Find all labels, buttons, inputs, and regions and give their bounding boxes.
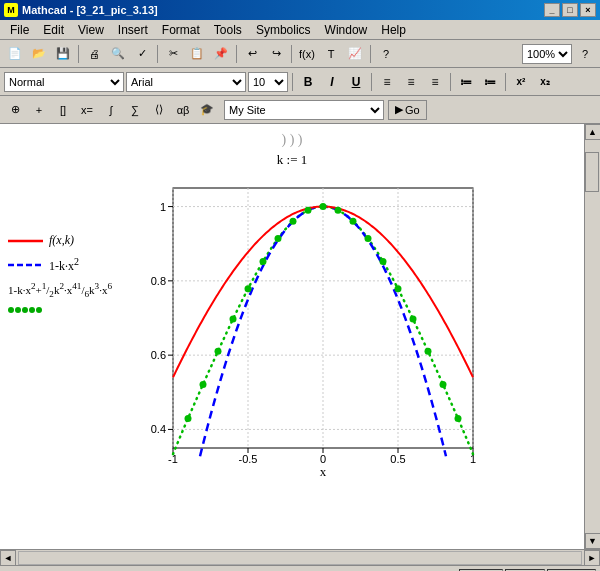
redo-button[interactable]: ↪ (265, 43, 287, 65)
format-toolbar: Normal Arial 10 B I U ≡ ≡ ≡ ≔ ≔ x² x₂ (0, 68, 600, 96)
align-center-button[interactable]: ≡ (400, 71, 422, 93)
scroll-left-button[interactable]: ◄ (0, 550, 16, 566)
minimize-button[interactable]: _ (544, 3, 560, 17)
svg-point-2 (8, 307, 14, 313)
window-title: Mathcad - [3_21_pic_3.13] (22, 4, 158, 16)
top-decoration: ) ) ) (8, 132, 576, 148)
spell-button[interactable]: ✓ (131, 43, 153, 65)
chart-area (128, 173, 576, 483)
menu-file[interactable]: File (4, 21, 35, 39)
insert-math-button[interactable]: f(x) (296, 43, 318, 65)
sep9 (505, 73, 506, 91)
open-button[interactable]: 📂 (28, 43, 50, 65)
hscroll-track[interactable] (18, 551, 582, 565)
new-button[interactable]: 📄 (4, 43, 26, 65)
menu-window[interactable]: Window (319, 21, 374, 39)
scroll-right-button[interactable]: ► (584, 550, 600, 566)
url-select[interactable]: My Site (224, 100, 384, 120)
legend-item-3-formula: 1-k·x2+1/2k2·x41/6k3·x6 (8, 280, 123, 301)
align-right-button[interactable]: ≡ (424, 71, 446, 93)
math-btn-9[interactable]: 🎓 (196, 99, 218, 121)
svg-point-3 (15, 307, 21, 313)
resource-btn[interactable]: ? (375, 43, 397, 65)
math-btn-1[interactable]: ⊕ (4, 99, 26, 121)
number-list-button[interactable]: ≔ (479, 71, 501, 93)
math-btn-4[interactable]: x= (76, 99, 98, 121)
sep3 (236, 45, 237, 63)
copy-button[interactable]: 📋 (186, 43, 208, 65)
content-wrapper: ) ) ) k := 1 f(x,k) (0, 124, 600, 549)
menu-format[interactable]: Format (156, 21, 206, 39)
undo-button[interactable]: ↩ (241, 43, 263, 65)
sep8 (450, 73, 451, 91)
legend-line-dashed (8, 261, 43, 269)
statusbar: Press F1 for help. AUTO NUM Page 1 (0, 565, 600, 571)
url-bar: My Site ▶ Go (224, 100, 427, 120)
bullet-list-button[interactable]: ≔ (455, 71, 477, 93)
math-btn-3[interactable]: [] (52, 99, 74, 121)
legend-item-2: 1-k·x2 (8, 256, 123, 274)
italic-button[interactable]: I (321, 71, 343, 93)
help-btn[interactable]: ? (574, 43, 596, 65)
subscript-button[interactable]: x₂ (534, 71, 556, 93)
preview-button[interactable]: 🔍 (107, 43, 129, 65)
main-toolbar: 📄 📂 💾 🖨 🔍 ✓ ✂ 📋 📌 ↩ ↪ f(x) T 📈 ? 100% 75… (0, 40, 600, 68)
menubar: File Edit View Insert Format Tools Symbo… (0, 20, 600, 40)
menu-symbolics[interactable]: Symbolics (250, 21, 317, 39)
close-button[interactable]: × (580, 3, 596, 17)
sep5 (370, 45, 371, 63)
window-controls[interactable]: _ □ × (544, 3, 596, 17)
print-button[interactable]: 🖨 (83, 43, 105, 65)
legend-dots (8, 305, 43, 315)
superscript-button[interactable]: x² (510, 71, 532, 93)
svg-point-4 (22, 307, 28, 313)
menu-edit[interactable]: Edit (37, 21, 70, 39)
vertical-scrollbar[interactable]: ▲ ▼ (584, 124, 600, 549)
math-btn-5[interactable]: ∫ (100, 99, 122, 121)
k-assignment: k := 1 (8, 152, 576, 168)
sep1 (78, 45, 79, 63)
scroll-down-button[interactable]: ▼ (585, 533, 601, 549)
menu-tools[interactable]: Tools (208, 21, 248, 39)
go-button[interactable]: ▶ Go (388, 100, 427, 120)
svg-point-5 (29, 307, 35, 313)
cut-button[interactable]: ✂ (162, 43, 184, 65)
bold-button[interactable]: B (297, 71, 319, 93)
legend: f(x,k) 1-k·x2 1-k·x2+1/2k2·x41/6k3·x6 (8, 173, 128, 321)
go-label: Go (405, 104, 420, 116)
scroll-thumb[interactable] (585, 152, 599, 192)
maximize-button[interactable]: □ (562, 3, 578, 17)
paste-button[interactable]: 📌 (210, 43, 232, 65)
legend-label-2: 1-k·x2 (49, 256, 79, 274)
main-content: ) ) ) k := 1 f(x,k) (0, 124, 584, 549)
save-button[interactable]: 💾 (52, 43, 74, 65)
math-toolbar: ⊕ + [] x= ∫ ∑ ⟨⟩ αβ 🎓 My Site ▶ Go (0, 96, 600, 124)
insert-plot-button[interactable]: 📈 (344, 43, 366, 65)
math-btn-8[interactable]: αβ (172, 99, 194, 121)
sep6 (292, 73, 293, 91)
math-btn-6[interactable]: ∑ (124, 99, 146, 121)
menu-help[interactable]: Help (375, 21, 412, 39)
sep2 (157, 45, 158, 63)
style-select[interactable]: Normal (4, 72, 124, 92)
svg-point-6 (36, 307, 42, 313)
legend-item-3 (8, 305, 123, 315)
align-left-button[interactable]: ≡ (376, 71, 398, 93)
titlebar: M Mathcad - [3_21_pic_3.13] _ □ × (0, 0, 600, 20)
math-btn-2[interactable]: + (28, 99, 50, 121)
font-select[interactable]: Arial (126, 72, 246, 92)
underline-button[interactable]: U (345, 71, 367, 93)
insert-text-button[interactable]: T (320, 43, 342, 65)
size-select[interactable]: 10 (248, 72, 288, 92)
math-btn-7[interactable]: ⟨⟩ (148, 99, 170, 121)
plot-canvas (128, 173, 488, 483)
legend-label-1: f(x,k) (49, 233, 74, 248)
go-arrow-icon: ▶ (395, 103, 403, 116)
scroll-up-button[interactable]: ▲ (585, 124, 601, 140)
horizontal-scrollbar[interactable]: ◄ ► (0, 549, 600, 565)
sep7 (371, 73, 372, 91)
menu-view[interactable]: View (72, 21, 110, 39)
menu-insert[interactable]: Insert (112, 21, 154, 39)
legend-line-solid (8, 237, 43, 245)
zoom-select[interactable]: 100% 75% 150% (522, 44, 572, 64)
